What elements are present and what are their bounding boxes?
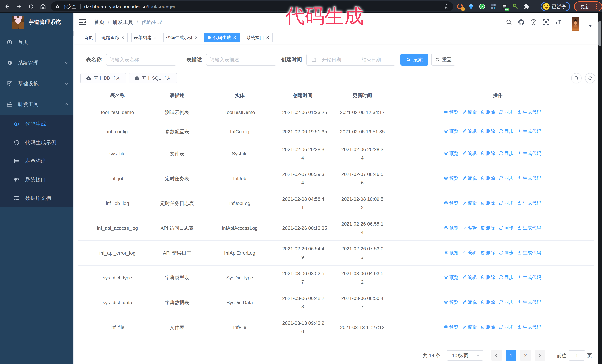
sidebar-scrollbar[interactable] (73, 13, 74, 364)
delete-action[interactable]: 删除 (480, 199, 495, 207)
tab-代码生成[interactable]: 代码生成 (204, 33, 240, 42)
breadcrumb-tools[interactable]: 研发工具 (113, 19, 133, 26)
generate-action[interactable]: 生成代码 (517, 248, 541, 257)
import-db-button[interactable]: 基于 DB 导入 (80, 73, 126, 83)
sidebar-subitem[interactable]: 表单构建 (0, 152, 74, 170)
sidebar-subitem[interactable]: 系统接口 (0, 170, 74, 189)
delete-action[interactable]: 删除 (480, 298, 495, 306)
bookmark-star-icon[interactable] (444, 4, 449, 9)
browser-back-icon[interactable] (4, 3, 10, 10)
ssl-warning-icon[interactable] (55, 4, 60, 9)
edit-action[interactable]: 编辑 (462, 248, 477, 257)
sync-action[interactable]: 同步 (499, 273, 514, 282)
edit-action[interactable]: 编辑 (462, 127, 477, 135)
extension-key-icon[interactable] (512, 3, 519, 10)
preview-action[interactable]: 预览 (444, 248, 459, 257)
delete-action[interactable]: 删除 (480, 149, 495, 157)
sidebar-item[interactable]: 研发工具 (0, 94, 74, 115)
sync-action[interactable]: 同步 (499, 127, 514, 135)
page-url[interactable]: dashboard.yudao.iocoder.cn/tool/codegen (84, 4, 177, 10)
import-sql-button[interactable]: 基于 SQL 导入 (129, 73, 177, 83)
sync-action[interactable]: 同步 (499, 223, 514, 232)
table-name-input[interactable] (106, 54, 176, 65)
toggle-search-button[interactable] (571, 73, 582, 83)
date-end-input[interactable]: 结束日期 (362, 56, 381, 63)
reset-button[interactable]: 重置 (431, 54, 455, 65)
extensions-puzzle-icon[interactable] (524, 3, 530, 10)
table-desc-input[interactable] (206, 54, 276, 65)
sidebar-item[interactable]: 首页 (0, 32, 74, 52)
next-page-button[interactable] (535, 350, 545, 361)
delete-action[interactable]: 删除 (480, 174, 495, 182)
sync-action[interactable]: 同步 (499, 248, 514, 257)
edit-action[interactable]: 编辑 (462, 223, 477, 232)
tab-表单构建[interactable]: 表单构建 (131, 33, 160, 42)
date-start-input[interactable]: 开始日期 (322, 56, 341, 63)
preview-action[interactable]: 预览 (444, 108, 459, 116)
tab-首页[interactable]: 首页 (82, 33, 96, 42)
delete-action[interactable]: 删除 (480, 223, 495, 232)
close-icon[interactable] (194, 35, 199, 40)
sidebar-subitem[interactable]: 数据库文档 (0, 189, 74, 207)
date-range-picker[interactable]: 开始日期 - 结束日期 (306, 54, 395, 65)
browser-forward-icon[interactable] (16, 3, 22, 10)
prev-page-button[interactable] (491, 350, 502, 361)
sidebar-subitem[interactable]: 代码生成 (0, 115, 74, 133)
github-icon[interactable] (518, 19, 525, 26)
generate-action[interactable]: 生成代码 (517, 273, 541, 282)
generate-action[interactable]: 生成代码 (517, 149, 541, 157)
extension-dark-list-icon[interactable]: on (501, 3, 507, 10)
browser-update-button[interactable]: 更新 (574, 1, 602, 11)
edit-action[interactable]: 编辑 (462, 273, 477, 282)
sidebar-subitem[interactable]: 代码生成示例 (0, 133, 74, 152)
preview-action[interactable]: 预览 (444, 149, 459, 157)
delete-action[interactable]: 删除 (480, 127, 495, 135)
preview-action[interactable]: 预览 (444, 273, 459, 282)
extension-check-icon[interactable] (479, 3, 485, 10)
edit-action[interactable]: 编辑 (462, 199, 477, 207)
generate-action[interactable]: 生成代码 (517, 323, 541, 331)
delete-action[interactable]: 删除 (480, 248, 495, 257)
edit-action[interactable]: 编辑 (462, 298, 477, 306)
preview-action[interactable]: 预览 (444, 127, 459, 135)
delete-action[interactable]: 删除 (480, 323, 495, 331)
browser-menu-icon[interactable] (596, 4, 597, 9)
extension-paused-pill[interactable]: 已暂停 (541, 2, 570, 11)
preview-action[interactable]: 预览 (444, 199, 459, 207)
refresh-table-button[interactable] (585, 73, 595, 83)
generate-action[interactable]: 生成代码 (517, 199, 541, 207)
tab-代码生成示例[interactable]: 代码生成示例 (163, 33, 201, 42)
generate-action[interactable]: 生成代码 (517, 108, 541, 116)
preview-action[interactable]: 预览 (444, 223, 459, 232)
tab-系统接口[interactable]: 系统接口 (244, 33, 273, 42)
sync-action[interactable]: 同步 (499, 108, 514, 116)
sidebar-item[interactable]: 基础设施 (0, 73, 74, 94)
generate-action[interactable]: 生成代码 (517, 223, 541, 232)
sync-action[interactable]: 同步 (499, 199, 514, 207)
sidebar-fold-icon[interactable] (78, 19, 86, 25)
preview-action[interactable]: 预览 (444, 298, 459, 306)
page-scrollbar[interactable] (598, 13, 602, 364)
generate-action[interactable]: 生成代码 (517, 298, 541, 306)
close-icon[interactable] (153, 35, 157, 40)
generate-action[interactable]: 生成代码 (517, 127, 541, 135)
breadcrumb-home[interactable]: 首页 (94, 19, 105, 26)
sidebar-scrollbar-thumb[interactable] (73, 31, 74, 36)
page-button-1[interactable]: 1 (506, 350, 516, 361)
generate-action[interactable]: 生成代码 (517, 174, 541, 182)
sync-action[interactable]: 同步 (499, 298, 514, 306)
sidebar-logo[interactable]: 芋道管理系统 (0, 13, 74, 31)
edit-action[interactable]: 编辑 (462, 174, 477, 182)
edit-action[interactable]: 编辑 (462, 323, 477, 331)
delete-action[interactable]: 删除 (480, 108, 495, 116)
close-icon[interactable] (265, 35, 270, 40)
scrollbar-thumb[interactable] (599, 21, 602, 46)
close-icon[interactable] (232, 35, 237, 40)
edit-action[interactable]: 编辑 (462, 149, 477, 157)
extension-diamond-icon[interactable] (468, 3, 474, 10)
page-button-2[interactable]: 2 (520, 350, 531, 361)
font-size-icon[interactable] (555, 19, 562, 26)
edit-action[interactable]: 编辑 (462, 108, 477, 116)
browser-home-icon[interactable] (40, 3, 46, 10)
delete-action[interactable]: 删除 (480, 273, 495, 282)
